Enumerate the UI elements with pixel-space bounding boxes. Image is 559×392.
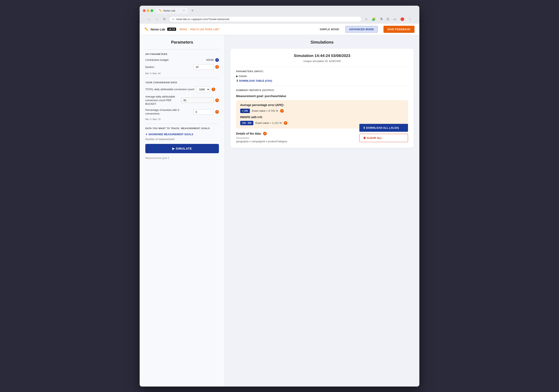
details-toggle[interactable]: ▶ Details bbox=[236, 75, 408, 78]
chrome-icon[interactable]: G bbox=[385, 17, 390, 22]
contribution-budget-value: 65536 bbox=[206, 58, 214, 61]
simulate-button[interactable]: ▶ SIMULATE bbox=[145, 144, 219, 153]
epsilon-hint: Min: 0, Max: 64 bbox=[145, 72, 219, 75]
pct-buckets-hint: Min: 0, Max: 10 bbox=[145, 118, 219, 120]
app-logo: ✏️ Noise Lab v2.7.0 bbox=[145, 27, 176, 31]
logo-text: Noise Lab bbox=[151, 28, 165, 31]
browser-titlebar: ✏️ Noise Lab ✕ + bbox=[143, 8, 416, 15]
parameters-title: Parameters bbox=[145, 40, 219, 45]
toolbar-actions: ☆ 🧩 ⚗ G ▭ 🔴 ⋮ bbox=[363, 16, 413, 22]
logo-icon: ✏️ bbox=[145, 27, 149, 31]
clear-all-button[interactable]: 🗑 CLEAR ALL bbox=[359, 134, 408, 142]
total-daily-row: TOTAL daily attributable conversion coun… bbox=[145, 86, 219, 93]
contribution-budget-help-icon[interactable]: ? bbox=[215, 58, 219, 62]
header-nav: SIMPLE MODE ADVANCED MODE GIVE FEEDBACK bbox=[316, 26, 414, 33]
summary-section-label: SUMMARY REPORTS (OUTPUT) bbox=[236, 85, 408, 91]
download-all-button[interactable]: ⬇ DOWNLOAD ALL (.XLSX) bbox=[359, 124, 408, 132]
about-link[interactable]: About bbox=[179, 28, 187, 31]
total-daily-select[interactable]: 1000 bbox=[196, 86, 210, 93]
actions-container: ⬇ DOWNLOAD ALL (.XLSX) 🗑 CLEAR ALL bbox=[359, 124, 408, 142]
minimize-button[interactable] bbox=[147, 9, 149, 12]
epsilon-row: Epsilon: ? bbox=[145, 64, 219, 70]
advanced-mode-button[interactable]: ADVANCED MODE bbox=[345, 26, 378, 33]
ape-label: Average percentage error (APE): bbox=[240, 103, 404, 107]
forward-button[interactable]: → bbox=[154, 16, 159, 22]
simulate-label: ▶ SIMULATE bbox=[172, 147, 192, 150]
show-hide-goals-toggle[interactable]: ▼ SHOW/HIDE MEASUREMENT GOALS bbox=[145, 133, 193, 136]
how-to-link[interactable]: How to use Noise Lab? bbox=[190, 28, 220, 31]
header-links: About How to use Noise Lab? bbox=[179, 28, 219, 31]
pct-buckets-label: Percentage of buckets with 0 conversions… bbox=[145, 108, 192, 116]
extension2-icon[interactable]: 🔴 bbox=[399, 16, 406, 22]
give-feedback-button[interactable]: GIVE FEEDBACK bbox=[383, 26, 414, 33]
tab-close-icon[interactable]: ✕ bbox=[183, 9, 185, 12]
simulations-title: Simulations bbox=[231, 40, 414, 45]
epsilon-help-icon[interactable]: ? bbox=[215, 65, 219, 69]
contribution-budget-row: Contribution budget: 65536 ? bbox=[145, 58, 219, 62]
total-daily-label: TOTAL daily attributable conversion coun… bbox=[145, 88, 195, 91]
close-button[interactable] bbox=[143, 9, 146, 12]
tab-favicon-icon: ✏️ bbox=[159, 9, 162, 12]
simple-mode-button[interactable]: SIMPLE MODE bbox=[316, 26, 343, 32]
params-input-label: PARAMETERS (INPUT) bbox=[236, 67, 408, 73]
pct-buckets-input[interactable] bbox=[193, 109, 214, 115]
avg-daily-help-icon[interactable]: ? bbox=[215, 99, 219, 102]
download-csv-label: ⬇ DOWNLOAD TABLE (CSV) bbox=[236, 79, 272, 82]
tab-bar: ✏️ Noise Lab ✕ + bbox=[156, 8, 416, 14]
browser-toolbar: ← → ↻ ⊙ noise-lab.uc.r.appspot.com/?mode… bbox=[143, 15, 416, 24]
goals-section-label: DATA YOU WANT TO TRACK: MEASUREMENT GOAL… bbox=[145, 127, 219, 130]
pct-buckets-help-icon[interactable]: ? bbox=[215, 110, 219, 114]
details-help-icon[interactable]: ? bbox=[263, 132, 267, 135]
version-badge: v2.7.0 bbox=[167, 28, 176, 31]
browser-chrome: ✏️ Noise Lab ✕ + ← → ↻ ⊙ noise-lab.uc.r.… bbox=[140, 6, 419, 24]
api-section-label: API PARAMETERS bbox=[145, 53, 219, 55]
clear-all-label: 🗑 CLEAR ALL bbox=[363, 136, 382, 140]
ape-row: < 1% Exact value = 0.741 % ? bbox=[240, 109, 404, 113]
active-tab[interactable]: ✏️ Noise Lab ✕ bbox=[156, 8, 188, 14]
main-layout: Parameters API PARAMETERS Contribution b… bbox=[140, 35, 419, 387]
avg-daily-row: Average daily attributable conversion co… bbox=[145, 95, 219, 106]
avg-daily-label: Average daily attributable conversion co… bbox=[145, 95, 180, 106]
epsilon-label: Epsilon: bbox=[145, 65, 192, 68]
refresh-button[interactable]: ↻ bbox=[161, 16, 167, 22]
address-bar[interactable]: ⊙ noise-lab.uc.r.appspot.com/?mode=advan… bbox=[169, 16, 362, 22]
new-tab-button[interactable]: + bbox=[190, 8, 195, 14]
measurement-goal-heading: Measurement goal: purchaseValue bbox=[236, 94, 408, 98]
address-url: noise-lab.uc.r.appspot.com/?mode=advance… bbox=[176, 18, 359, 21]
contribution-budget-label: Contribution budget: bbox=[145, 58, 205, 61]
traffic-lights bbox=[143, 9, 153, 12]
tab-title: Noise Lab bbox=[163, 9, 175, 12]
ape-exact-value: Exact value = 0.741 % bbox=[252, 109, 278, 112]
download-csv-link[interactable]: ⬇ DOWNLOAD TABLE (CSV) bbox=[236, 79, 408, 82]
pct-buckets-row: Percentage of buckets with 0 conversions… bbox=[145, 108, 219, 116]
back-button[interactable]: ← bbox=[146, 16, 152, 22]
rmspe-exact-value: Exact value = 1.111 % bbox=[255, 121, 282, 124]
simulation-title: Simulation 14:44:24 03/08/2023 bbox=[236, 54, 408, 58]
extensions-icon[interactable]: 🧩 bbox=[371, 16, 377, 22]
rmspe-help-icon[interactable]: ? bbox=[284, 121, 287, 125]
epsilon-input[interactable] bbox=[193, 64, 214, 70]
measurement-goal-1-label: Measurement goal 1 bbox=[145, 157, 219, 159]
maximize-button[interactable] bbox=[151, 9, 153, 12]
download-all-label: ⬇ DOWNLOAD ALL (.XLSX) bbox=[363, 126, 399, 129]
left-panel: Parameters API PARAMETERS Contribution b… bbox=[140, 35, 225, 387]
split-icon[interactable]: ▭ bbox=[392, 16, 398, 22]
total-daily-help-icon[interactable]: ? bbox=[212, 88, 215, 91]
measurement-goal-hint: Number of measurement bbox=[145, 138, 219, 141]
ape-badge: < 1% bbox=[240, 109, 250, 113]
simulation-id: Unique simulation ID: bc067445 bbox=[236, 60, 408, 63]
address-secure-icon: ⊙ bbox=[172, 18, 174, 21]
details-toggle-label: ▶ Details bbox=[236, 75, 247, 78]
profile-icon[interactable]: ⚗ bbox=[379, 16, 384, 22]
rmspe-label: RMSPE with t=5: bbox=[240, 116, 404, 119]
browser-window: ✏️ Noise Lab ✕ + ← → ↻ ⊙ noise-lab.uc.r.… bbox=[140, 6, 419, 387]
ape-help-icon[interactable]: ? bbox=[280, 109, 284, 113]
menu-icon[interactable]: ⋮ bbox=[407, 16, 413, 22]
conversion-section-label: YOUR CONVERSION DATA bbox=[145, 81, 219, 84]
app-header: ✏️ Noise Lab v2.7.0 About How to use Noi… bbox=[140, 24, 419, 35]
right-panel: Simulations Simulation 14:44:24 03/08/20… bbox=[225, 35, 419, 387]
bookmark-icon[interactable]: ☆ bbox=[363, 16, 369, 22]
right-content-wrapper: Simulation 14:44:24 03/08/2023 Unique si… bbox=[231, 49, 414, 148]
avg-daily-input[interactable] bbox=[181, 97, 214, 103]
rmspe-badge: 1% - 5% bbox=[240, 121, 253, 125]
